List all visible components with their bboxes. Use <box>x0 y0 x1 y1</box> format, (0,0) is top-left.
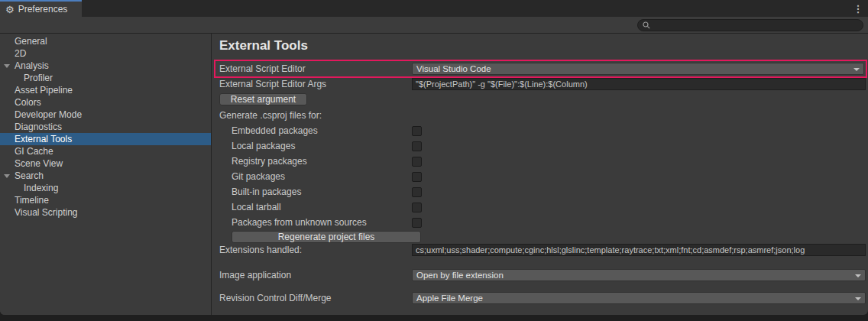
checkbox-registry-packages[interactable] <box>412 157 422 167</box>
tab-bar: ⚙ Preferences ⋮ <box>0 0 868 17</box>
sidebar-item-developer-mode[interactable]: Developer Mode <box>0 109 211 121</box>
csproj-checkbox-row: Packages from unknown sources <box>219 216 866 229</box>
regenerate-project-files-button[interactable]: Regenerate project files <box>232 231 421 243</box>
reset-argument-button[interactable]: Reset argument <box>219 93 307 105</box>
script-editor-args-row: External Script Editor Args "$(ProjectPa… <box>219 78 866 90</box>
sidebar-item-gi-cache[interactable]: GI Cache <box>0 145 211 157</box>
extensions-value: cs;uxml;uss;shader;compute;cginc;hlsl;gl… <box>416 245 805 255</box>
script-editor-args-label: External Script Editor Args <box>219 79 412 89</box>
sidebar-item-indexing[interactable]: Indexing <box>0 182 211 194</box>
checkbox-label: Built-in packages <box>232 186 412 197</box>
sidebar-item-label: Timeline <box>15 195 49 206</box>
sidebar-item-colors[interactable]: Colors <box>0 96 211 109</box>
reset-argument-row: Reset argument <box>219 93 866 105</box>
sidebar-item-2d[interactable]: 2D <box>0 47 211 60</box>
checkbox-label: Registry packages <box>232 156 412 167</box>
diff-merge-dropdown[interactable]: Apple File Merge <box>412 292 866 304</box>
main-panel: External Tools External Script Editor Vi… <box>212 34 868 315</box>
sidebar-item-general[interactable]: General <box>0 35 211 47</box>
tab-preferences[interactable]: ⚙ Preferences <box>0 0 82 17</box>
checkbox-label: Local tarball <box>232 202 412 212</box>
diff-merge-value: Apple File Merge <box>416 293 483 303</box>
extensions-row: Extensions handled: cs;uxml;uss;shader;c… <box>219 244 866 256</box>
sidebar-item-analysis[interactable]: Analysis <box>0 60 211 72</box>
tab-title: Preferences <box>18 4 68 15</box>
extensions-input[interactable]: cs;uxml;uss;shader;compute;cginc;hlsl;gl… <box>412 244 866 256</box>
diff-merge-row: Revision Control Diff/Merge Apple File M… <box>219 292 866 304</box>
checkbox-label: Local packages <box>232 141 412 151</box>
checkbox-local-packages[interactable] <box>412 141 422 151</box>
csproj-checkbox-row: Built-in packages <box>219 186 866 198</box>
sidebar-item-label: Asset Pipeline <box>15 85 73 96</box>
checkbox-embedded-packages[interactable] <box>412 126 422 136</box>
csproj-checkbox-row: Registry packages <box>219 155 866 167</box>
foldout-triangle-icon[interactable] <box>4 174 10 178</box>
page-title: External Tools <box>219 38 866 54</box>
sidebar-item-label: Scene View <box>15 158 63 169</box>
chevron-down-icon <box>853 68 860 71</box>
regenerate-row: Regenerate project files <box>219 231 866 243</box>
csproj-checkbox-row: Local tarball <box>219 201 866 213</box>
sidebar-item-asset-pipeline[interactable]: Asset Pipeline <box>0 84 211 96</box>
script-editor-value: Visual Studio Code <box>416 64 491 73</box>
csproj-checkbox-row: Git packages <box>219 170 866 183</box>
csproj-checkbox-list: Embedded packagesLocal packagesRegistry … <box>219 125 866 229</box>
script-editor-args-input[interactable]: "$(ProjectPath)" -g "$(File)":$(Line):$(… <box>412 78 866 90</box>
extensions-label: Extensions handled: <box>219 245 412 255</box>
sidebar-item-label: Colors <box>15 97 41 108</box>
checkbox-packages-from-unknown-sources[interactable] <box>412 218 422 228</box>
preferences-window: ⚙ Preferences ⋮ General2DAnalysisProfile… <box>0 0 868 315</box>
sidebar-item-label: Diagnostics <box>15 122 62 132</box>
sidebar-item-search[interactable]: Search <box>0 170 211 182</box>
script-editor-args-value: "$(ProjectPath)" -g "$(File)":$(Line):$(… <box>416 79 588 89</box>
script-editor-label: External Script Editor <box>219 63 412 74</box>
sidebar-item-label: Analysis <box>15 60 49 71</box>
sidebar-item-label: External Tools <box>15 134 72 144</box>
sidebar-item-external-tools[interactable]: External Tools <box>0 133 211 145</box>
sidebar-item-scene-view[interactable]: Scene View <box>0 157 211 170</box>
diff-merge-label: Revision Control Diff/Merge <box>219 293 412 303</box>
preferences-sidebar: General2DAnalysisProfilerAsset PipelineC… <box>0 34 212 315</box>
chevron-down-icon <box>855 297 861 300</box>
sidebar-item-label: 2D <box>15 48 26 59</box>
image-application-label: Image application <box>219 270 412 280</box>
image-application-row: Image application Open by file extension <box>219 269 866 281</box>
sidebar-item-label: Profiler <box>24 73 53 83</box>
csproj-header-label: Generate .csproj files for: <box>219 110 412 121</box>
csproj-checkbox-row: Local packages <box>219 140 866 152</box>
csproj-header-row: Generate .csproj files for: <box>219 109 866 122</box>
search-icon <box>643 21 650 29</box>
sidebar-item-label: General <box>15 36 47 47</box>
checkbox-label: Git packages <box>232 171 412 182</box>
checkbox-local-tarball[interactable] <box>412 203 422 212</box>
sidebar-item-label: GI Cache <box>15 146 53 157</box>
toolbar <box>0 17 868 34</box>
image-application-dropdown[interactable]: Open by file extension <box>412 269 866 281</box>
checkbox-built-in-packages[interactable] <box>412 187 422 197</box>
checkbox-label: Packages from unknown sources <box>232 217 412 228</box>
script-editor-dropdown[interactable]: Visual Studio Code <box>412 63 864 75</box>
script-editor-row: External Script Editor Visual Studio Cod… <box>214 60 867 78</box>
checkbox-git-packages[interactable] <box>412 172 422 182</box>
sidebar-item-diagnostics[interactable]: Diagnostics <box>0 121 211 133</box>
content-area: General2DAnalysisProfilerAsset PipelineC… <box>0 34 868 315</box>
gear-icon: ⚙ <box>5 5 15 15</box>
chevron-down-icon <box>855 274 861 277</box>
sidebar-item-timeline[interactable]: Timeline <box>0 194 211 206</box>
foldout-triangle-icon[interactable] <box>4 64 10 68</box>
sidebar-item-label: Visual Scripting <box>15 207 78 218</box>
search-field[interactable] <box>637 19 863 31</box>
sidebar-item-visual-scripting[interactable]: Visual Scripting <box>0 206 211 219</box>
checkbox-label: Embedded packages <box>232 125 412 136</box>
sidebar-item-label: Search <box>15 170 44 181</box>
search-input[interactable] <box>653 21 858 30</box>
sidebar-item-label: Indexing <box>24 183 58 193</box>
kebab-menu-icon[interactable]: ⋮ <box>848 0 868 17</box>
image-application-value: Open by file extension <box>416 271 504 280</box>
sidebar-item-label: Developer Mode <box>15 109 82 120</box>
sidebar-item-profiler[interactable]: Profiler <box>0 72 211 84</box>
csproj-checkbox-row: Embedded packages <box>219 125 866 137</box>
